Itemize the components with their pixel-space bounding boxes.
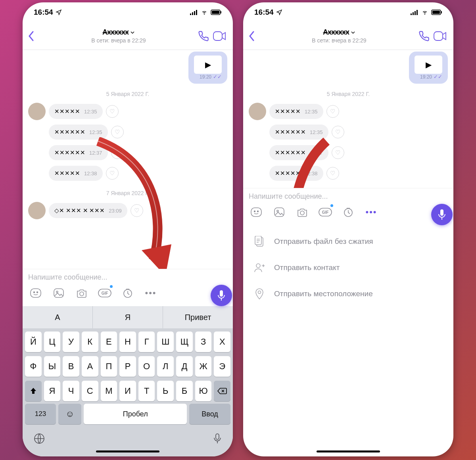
- timer-icon[interactable]: [342, 205, 355, 219]
- key[interactable]: Ш: [157, 332, 174, 352]
- key[interactable]: Я: [44, 381, 61, 401]
- incoming-message[interactable]: ✕✕✕✕✕✕12:37: [49, 145, 108, 160]
- chat-scroll[interactable]: ▶ 19:20✓✓ 5 Января 2022 Г. ✕✕✕✕✕12:35 ♡ …: [243, 50, 453, 188]
- enter-key[interactable]: Ввод: [189, 404, 230, 424]
- key[interactable]: М: [101, 381, 117, 401]
- camera-icon[interactable]: [75, 286, 88, 300]
- space-key[interactable]: Пробел: [84, 404, 187, 424]
- key[interactable]: Ф: [25, 356, 42, 377]
- gif-icon[interactable]: GIF: [319, 205, 332, 219]
- dictation-key[interactable]: [213, 433, 222, 444]
- key[interactable]: Г: [138, 332, 155, 352]
- outgoing-message[interactable]: ▶ 19:20✓✓: [409, 52, 448, 84]
- incoming-message[interactable]: ✕✕✕✕✕✕12:35: [269, 125, 328, 140]
- more-button[interactable]: •••: [365, 205, 378, 219]
- react-button[interactable]: ♡: [106, 167, 119, 180]
- backspace-key[interactable]: [214, 381, 230, 401]
- react-button[interactable]: ♡: [111, 126, 124, 138]
- incoming-message[interactable]: ◇✕ ✕✕✕ ✕ ✕✕✕23:09: [49, 203, 127, 218]
- incoming-message[interactable]: ✕✕✕✕✕12:35: [49, 104, 103, 119]
- key[interactable]: Э: [214, 356, 230, 377]
- message-input[interactable]: [28, 273, 227, 282]
- avatar[interactable]: [249, 103, 266, 120]
- key[interactable]: Ц: [44, 332, 61, 352]
- svg-point-10: [37, 292, 38, 293]
- emoji-key[interactable]: ☺: [58, 404, 81, 424]
- key[interactable]: К: [82, 332, 98, 352]
- incoming-message[interactable]: ✕✕✕✕✕12:38: [49, 166, 103, 181]
- globe-key[interactable]: [34, 433, 45, 444]
- avatar[interactable]: [28, 103, 46, 120]
- gallery-icon[interactable]: [273, 205, 286, 219]
- incoming-message[interactable]: ✕✕✕✕✕✕12:37: [269, 145, 328, 160]
- shift-key[interactable]: [25, 381, 42, 401]
- contact-name[interactable]: Axxxxxx: [102, 28, 135, 36]
- sticker-icon[interactable]: [29, 286, 42, 300]
- key[interactable]: А: [82, 356, 98, 377]
- back-button[interactable]: [28, 31, 42, 41]
- key[interactable]: Ю: [195, 381, 212, 401]
- key[interactable]: З: [195, 332, 212, 352]
- menu-send-location[interactable]: Отправить местоположение: [243, 281, 453, 307]
- home-indicator[interactable]: [317, 450, 380, 452]
- menu-send-contact[interactable]: Отправить контакт: [243, 255, 453, 281]
- react-button[interactable]: ♡: [332, 126, 344, 138]
- key[interactable]: Т: [138, 381, 155, 401]
- numbers-key[interactable]: 123: [25, 404, 56, 424]
- key[interactable]: И: [119, 381, 136, 401]
- sticker-icon[interactable]: [250, 205, 263, 219]
- voice-record-button[interactable]: [431, 204, 453, 225]
- react-button[interactable]: ♡: [326, 105, 339, 118]
- key[interactable]: Д: [176, 356, 193, 377]
- react-button[interactable]: ♡: [332, 146, 344, 159]
- react-button[interactable]: ♡: [111, 146, 124, 159]
- key[interactable]: Ы: [44, 356, 61, 377]
- voice-call-button[interactable]: [196, 28, 211, 44]
- key[interactable]: О: [138, 356, 155, 377]
- voice-call-button[interactable]: [416, 28, 432, 44]
- key[interactable]: Б: [176, 381, 193, 401]
- key[interactable]: С: [82, 381, 98, 401]
- key[interactable]: Х: [214, 332, 230, 352]
- avatar[interactable]: [28, 202, 46, 219]
- video-call-button[interactable]: [432, 28, 448, 44]
- video-call-button[interactable]: [211, 28, 227, 44]
- react-button[interactable]: ♡: [106, 105, 119, 118]
- play-icon[interactable]: ▶: [415, 56, 442, 74]
- gallery-icon[interactable]: [52, 286, 65, 300]
- key[interactable]: Р: [119, 356, 136, 377]
- react-button[interactable]: ♡: [131, 204, 143, 217]
- react-button[interactable]: ♡: [326, 167, 339, 180]
- key[interactable]: У: [63, 332, 79, 352]
- voice-record-button[interactable]: [211, 285, 232, 306]
- more-button[interactable]: •••: [144, 286, 157, 300]
- key[interactable]: Щ: [176, 332, 193, 352]
- incoming-message[interactable]: ✕✕✕✕✕12:35: [269, 104, 323, 119]
- suggestion[interactable]: А: [23, 306, 93, 328]
- suggestion[interactable]: Я: [93, 306, 163, 328]
- back-button[interactable]: [249, 31, 262, 41]
- key[interactable]: Ь: [157, 381, 174, 401]
- key[interactable]: Ч: [63, 381, 79, 401]
- key[interactable]: Й: [25, 332, 42, 352]
- suggestion[interactable]: Привет: [163, 306, 233, 328]
- svg-point-39: [258, 291, 261, 294]
- outgoing-message[interactable]: ▶ 19:20✓✓: [188, 52, 227, 84]
- key[interactable]: П: [101, 356, 117, 377]
- menu-send-file[interactable]: Отправить файл без сжатия: [243, 228, 453, 255]
- key[interactable]: Н: [119, 332, 136, 352]
- play-icon[interactable]: ▶: [194, 56, 222, 74]
- home-indicator[interactable]: [96, 450, 159, 452]
- key[interactable]: Л: [157, 356, 174, 377]
- incoming-message[interactable]: ✕✕✕✕✕✕12:35: [49, 125, 108, 140]
- message-input[interactable]: [249, 192, 448, 201]
- key[interactable]: Ж: [195, 356, 212, 377]
- chat-scroll[interactable]: ▶ 19:20✓✓ 5 Января 2022 Г. ✕✕✕✕✕12:35 ♡ …: [23, 50, 233, 269]
- timer-icon[interactable]: [121, 286, 134, 300]
- incoming-message[interactable]: ✕✕✕✕✕12:38: [269, 166, 323, 181]
- key[interactable]: В: [63, 356, 79, 377]
- contact-name[interactable]: Axxxxxx: [323, 28, 355, 36]
- camera-icon[interactable]: [296, 205, 309, 219]
- key[interactable]: Е: [101, 332, 117, 352]
- gif-icon[interactable]: GIF: [98, 286, 111, 300]
